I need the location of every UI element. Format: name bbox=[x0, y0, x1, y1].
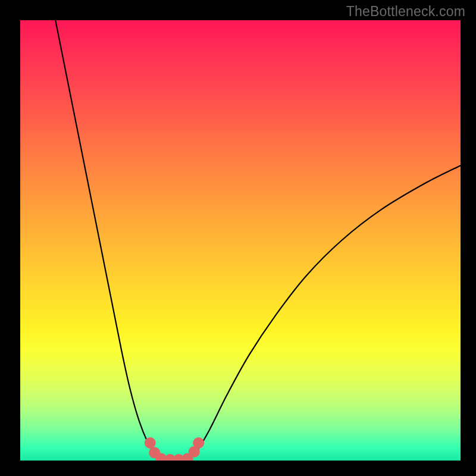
curve-right-branch bbox=[187, 165, 461, 461]
valley-marker bbox=[193, 437, 204, 449]
curve-svg bbox=[20, 20, 461, 461]
curve-left-branch bbox=[55, 20, 161, 461]
watermark-text: TheBottleneck.com bbox=[346, 4, 465, 20]
outer-frame: TheBottleneck.com bbox=[0, 0, 476, 476]
valley-markers-group bbox=[145, 437, 204, 461]
valley-marker bbox=[145, 437, 156, 449]
plot-area bbox=[20, 20, 461, 461]
